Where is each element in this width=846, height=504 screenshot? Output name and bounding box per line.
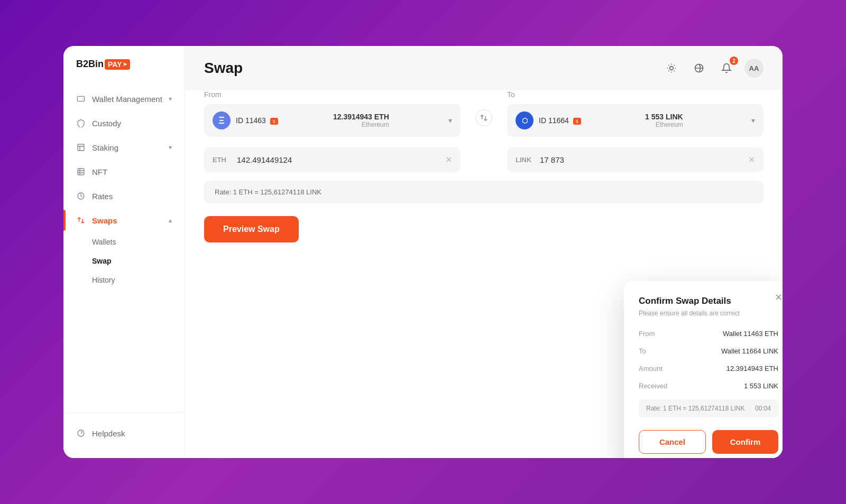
svg-point-4 xyxy=(78,430,84,436)
modal-amount-value: 12.3914943 ETH xyxy=(727,365,778,372)
to-col: To ⬡ ID 11664 s 1 553 LINK Ethereum xyxy=(507,90,764,137)
modal-rate-label: Rate: xyxy=(646,405,661,412)
modal-amount-label: Amount xyxy=(639,365,663,372)
svg-rect-2 xyxy=(78,169,84,175)
sidebar-subitem-history[interactable]: History xyxy=(92,270,185,290)
chevron-down-icon: ▾ xyxy=(169,95,172,102)
svg-rect-0 xyxy=(77,96,84,101)
modal-close-icon[interactable]: ✕ xyxy=(775,292,783,303)
to-token-input[interactable]: LINK 17 873 ✕ xyxy=(507,147,764,172)
sidebar-label-wallet-management: Wallet Management xyxy=(92,95,162,104)
modal-rate-text: Rate: 1 ETH = 125,61274118 LINK xyxy=(646,405,744,412)
rates-icon xyxy=(76,191,86,201)
to-wallet-chevron-icon: ▾ xyxy=(751,116,755,125)
modal-rate-value: 1 ETH = 125,61274118 LINK xyxy=(663,405,744,412)
eth-coin-icon: Ξ xyxy=(213,111,231,129)
modal-received-row: Received 1 553 LINK xyxy=(639,382,778,390)
from-label: From xyxy=(204,90,461,99)
sidebar-label-swaps: Swaps xyxy=(92,216,117,225)
sidebar-label-nft: NFT xyxy=(92,167,107,176)
sidebar-item-wallet-management[interactable]: Wallet Management ▾ xyxy=(63,87,185,111)
sidebar-label-rates: Rates xyxy=(92,192,113,201)
modal-to-value: Wallet 11664 LINK xyxy=(721,347,778,355)
svg-point-5 xyxy=(670,67,674,70)
sidebar-item-rates[interactable]: Rates xyxy=(63,184,185,208)
sidebar-item-custody[interactable]: Custody xyxy=(63,111,185,135)
language-icon[interactable] xyxy=(689,59,709,78)
to-token-value: 17 873 xyxy=(540,155,743,164)
from-wallet-chain: Ethereum xyxy=(333,121,389,128)
notification-badge: 2 xyxy=(730,57,738,65)
from-wallet-amount: 12.3914943 ETH xyxy=(333,113,389,121)
main-content: Swap 2 AA From xyxy=(185,46,783,458)
sidebar-item-helpdesk[interactable]: Helpdesk xyxy=(63,421,185,445)
modal-amount-row: Amount 12.3914943 ETH xyxy=(639,365,778,372)
sidebar-item-swaps[interactable]: Swaps ▴ xyxy=(63,208,185,232)
cancel-button[interactable]: Cancel xyxy=(639,430,706,454)
to-wallet-id: ID 11664 s xyxy=(539,116,581,125)
swap-area: From Ξ ID 11463 s 12.3914943 ETH Ethereu… xyxy=(185,90,783,458)
from-token-input[interactable]: ETH 142.491449124 ✕ xyxy=(204,147,461,172)
staking-chevron-icon: ▾ xyxy=(169,144,172,151)
swap-arrows-col xyxy=(473,90,494,126)
modal-received-label: Received xyxy=(639,382,667,390)
from-token-value: 142.491449124 xyxy=(237,155,440,164)
from-wallet-selector[interactable]: Ξ ID 11463 s 12.3914943 ETH Ethereum ▾ xyxy=(204,104,461,137)
swaps-chevron-icon: ▴ xyxy=(169,217,172,224)
svg-rect-1 xyxy=(78,144,84,151)
confirm-swap-modal: ✕ Confirm Swap Details Please ensure all… xyxy=(624,281,783,458)
sidebar-label-custody: Custody xyxy=(92,119,121,128)
modal-subtitle: Please ensure all details are correct xyxy=(639,310,778,317)
sidebar-subitem-swap[interactable]: Swap xyxy=(92,251,185,270)
rate-label: Rate: xyxy=(215,188,231,196)
modal-from-label: From xyxy=(639,330,655,338)
sidebar-label-helpdesk: Helpdesk xyxy=(92,429,125,438)
logo-b2bin: B2Bin xyxy=(76,59,104,70)
modal-timer: 00:04 xyxy=(755,405,771,412)
modal-from-row: From Wallet 11463 ETH xyxy=(639,330,778,338)
header: Swap 2 AA xyxy=(185,46,783,90)
to-clear-icon[interactable]: ✕ xyxy=(748,155,755,165)
to-wallet-amount: 1 553 LINK xyxy=(645,113,683,121)
to-wallet-tag: s xyxy=(573,118,581,125)
sidebar-item-nft[interactable]: NFT xyxy=(63,160,185,184)
modal-overlay: ✕ Confirm Swap Details Please ensure all… xyxy=(624,281,783,458)
modal-rate-bar: Rate: 1 ETH = 125,61274118 LINK 00:04 xyxy=(639,399,778,417)
confirm-button[interactable]: Confirm xyxy=(712,430,778,454)
logo: B2BinPAY xyxy=(63,59,185,87)
to-wallet-selector[interactable]: ⬡ ID 11664 s 1 553 LINK Ethereum ▾ xyxy=(507,104,764,137)
from-wallet-id: ID 11463 s xyxy=(236,116,278,125)
modal-to-row: To Wallet 11664 LINK xyxy=(639,347,778,355)
page-title: Swap xyxy=(204,60,243,77)
preview-swap-button[interactable]: Preview Swap xyxy=(204,216,299,242)
modal-title: Confirm Swap Details xyxy=(639,296,778,306)
theme-toggle-icon[interactable] xyxy=(662,59,681,78)
to-label: To xyxy=(507,90,764,99)
sidebar-subitem-wallets[interactable]: Wallets xyxy=(92,232,185,251)
modal-received-value: 1 553 LINK xyxy=(744,382,778,390)
modal-actions: Cancel Confirm xyxy=(639,430,778,454)
notifications-wrapper[interactable]: 2 xyxy=(717,59,736,78)
from-token-label: ETH xyxy=(213,156,232,164)
nft-icon xyxy=(76,167,86,176)
link-coin-icon: ⬡ xyxy=(516,111,534,129)
active-indicator xyxy=(63,210,66,231)
swap-from-to-row: From Ξ ID 11463 s 12.3914943 ETH Ethereu… xyxy=(204,90,764,137)
app-container: B2BinPAY Wallet Management ▾ Custody xyxy=(63,46,783,458)
to-wallet-chain: Ethereum xyxy=(645,121,683,128)
from-clear-icon[interactable]: ✕ xyxy=(445,155,452,165)
swap-direction-button[interactable] xyxy=(475,109,492,126)
staking-icon xyxy=(76,143,86,152)
swaps-submenu: Wallets Swap History xyxy=(63,232,185,290)
custody-icon xyxy=(76,118,86,128)
rate-bar: Rate: 1 ETH = 125,61274118 LINK xyxy=(204,181,764,203)
sidebar: B2BinPAY Wallet Management ▾ Custody xyxy=(63,46,185,458)
wallet-management-icon xyxy=(76,94,86,104)
header-actions: 2 AA xyxy=(662,59,764,78)
avatar[interactable]: AA xyxy=(744,59,764,78)
from-col: From Ξ ID 11463 s 12.3914943 ETH Ethereu… xyxy=(204,90,461,137)
token-input-row: ETH 142.491449124 ✕ LINK 17 873 ✕ xyxy=(204,147,764,172)
modal-to-label: To xyxy=(639,347,646,355)
sidebar-label-staking: Staking xyxy=(92,143,118,152)
sidebar-item-staking[interactable]: Staking ▾ xyxy=(63,135,185,160)
